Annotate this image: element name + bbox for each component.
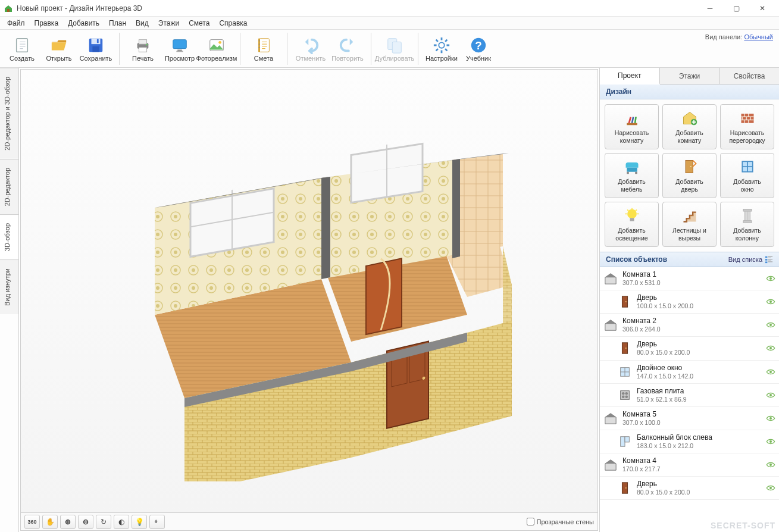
room-icon — [603, 271, 618, 286]
object-item[interactable]: Комната 4170.0 x 217.7 — [600, 453, 779, 477]
canvas-3d[interactable] — [21, 70, 597, 512]
object-item[interactable]: Двойное окно147.0 x 15.0 x 142.0 — [600, 361, 779, 384]
rp-tab-Проект[interactable]: Проект — [600, 68, 660, 85]
settings-button[interactable]: Настройки — [423, 32, 460, 66]
view-light-button[interactable]: 💡 — [132, 515, 147, 529]
object-item[interactable]: Дверь100.0 x 15.0 x 200.0 — [600, 290, 779, 314]
add-door-button[interactable]: Добавитьдверь — [662, 153, 717, 198]
vtab-v-3d[interactable]: 3D-обзор — [0, 214, 18, 259]
object-item[interactable]: Комната 2306.0 x 264.0 — [600, 314, 779, 337]
visibility-eye-icon[interactable] — [766, 392, 775, 399]
draw-partition-icon — [739, 109, 756, 127]
window-icon — [618, 365, 632, 379]
viewport-3d[interactable]: 360 ✋ ⊕ ⊖ ↻ ◐ 💡 Прозрачные стены — [20, 69, 598, 531]
add-window-button[interactable]: Добавитьокно — [720, 153, 774, 198]
room-icon — [603, 411, 618, 425]
print-icon — [133, 36, 152, 55]
panel-mode-link[interactable]: Обычный — [744, 33, 773, 40]
vtab-v-inside[interactable]: Вид изнутри — [0, 259, 18, 314]
print-button[interactable]: Печать — [124, 32, 161, 66]
menu-вид[interactable]: Вид — [131, 18, 154, 29]
open-icon — [49, 36, 68, 55]
window-title: Новый проект - Дизайн Интерьера 3D — [17, 4, 697, 12]
list-view-toggle[interactable]: Вид списка — [728, 255, 773, 264]
balcony-icon — [618, 434, 632, 449]
estimate-button[interactable]: Смета — [245, 32, 282, 66]
save-button[interactable]: Сохранить — [77, 32, 114, 66]
rp-tab-Свойства[interactable]: Свойства — [719, 68, 779, 84]
menu-правка[interactable]: Правка — [30, 18, 64, 29]
object-item[interactable]: Дверь80.0 x 15.0 x 200.0 — [600, 337, 779, 360]
visibility-eye-icon[interactable] — [766, 275, 775, 282]
model-3d — [83, 101, 536, 481]
view-toolbar: 360 ✋ ⊕ ⊖ ↻ ◐ 💡 Прозрачные стены — [21, 512, 597, 530]
add-light-button[interactable]: Добавитьосвещение — [605, 202, 659, 247]
design-section-header: Дизайн — [600, 85, 779, 99]
menu-план[interactable]: План — [104, 18, 131, 29]
view-360-button[interactable]: 360 — [24, 515, 40, 529]
room-icon — [603, 318, 618, 332]
draw-partition-button[interactable]: Нарисоватьперегородку — [720, 104, 774, 149]
svg-rect-56 — [7, 9, 10, 12]
visibility-eye-icon[interactable] — [766, 368, 775, 375]
add-room-button[interactable]: Добавитькомнату — [662, 104, 717, 149]
tutorial-button[interactable]: Учебник — [460, 32, 497, 66]
add-window-icon — [739, 158, 756, 176]
settings-icon — [432, 36, 451, 55]
object-item[interactable]: Комната 1307.0 x 531.0 — [600, 267, 779, 290]
visibility-eye-icon[interactable] — [766, 484, 775, 492]
view-zoomin-button[interactable]: ⊕ — [60, 515, 76, 529]
menu-добавить[interactable]: Добавить — [63, 18, 104, 29]
create-button[interactable]: Создать — [4, 32, 40, 66]
right-panel: ПроектЭтажиСвойства Дизайн Нарисоватьком… — [599, 68, 779, 532]
view-pan-button[interactable]: ✋ — [42, 515, 58, 529]
view-home-button[interactable] — [149, 515, 165, 529]
object-item[interactable]: Балконный блок слева183.0 x 15.0 x 212.0 — [600, 430, 779, 453]
svg-marker-72 — [452, 159, 460, 258]
vtab-v-2d[interactable]: 2D-редактор — [0, 159, 18, 214]
add-column-button[interactable]: Добавитьколонну — [720, 202, 774, 247]
close-button[interactable]: ✕ — [749, 0, 775, 17]
menu-смета[interactable]: Смета — [184, 18, 214, 29]
object-list-header: Список объектов — [606, 255, 667, 264]
view-rotate-button[interactable]: ↻ — [96, 515, 111, 529]
object-item[interactable]: Дверь80.0 x 15.0 x 200.0 — [600, 477, 779, 500]
visibility-eye-icon[interactable] — [766, 415, 775, 422]
photorealism-icon — [207, 36, 226, 55]
draw-room-button[interactable]: Нарисоватькомнату — [605, 104, 659, 149]
add-column-icon — [739, 206, 756, 224]
app-icon — [4, 4, 13, 13]
open-button[interactable]: Открыть — [40, 32, 77, 66]
transparent-walls-checkbox[interactable]: Прозрачные стены — [527, 518, 594, 525]
visibility-eye-icon[interactable] — [766, 461, 775, 468]
view-scene-button[interactable]: ◐ — [114, 515, 129, 529]
view-zoomout-button[interactable]: ⊖ — [78, 515, 93, 529]
save-icon — [86, 36, 105, 55]
preview-button[interactable]: Просмотр — [161, 32, 198, 66]
undo-icon — [301, 36, 320, 55]
stairs-icon — [681, 206, 699, 224]
door-icon — [618, 481, 632, 495]
door-icon — [618, 295, 632, 309]
visibility-eye-icon[interactable] — [766, 345, 775, 352]
room-icon — [603, 458, 618, 472]
menu-этажи[interactable]: Этажи — [154, 18, 184, 29]
maximize-button[interactable]: ▢ — [723, 0, 749, 17]
add-light-icon — [623, 206, 641, 224]
visibility-eye-icon[interactable] — [766, 321, 775, 328]
object-item[interactable]: Газовая плита51.0 x 62.1 x 86.9 — [600, 384, 779, 407]
rp-tab-Этажи[interactable]: Этажи — [660, 68, 720, 84]
object-list: Комната 1307.0 x 531.0Дверь100.0 x 15.0 … — [600, 267, 779, 532]
object-item[interactable]: Комната 5307.0 x 100.0 — [600, 407, 779, 430]
vtab-v-both[interactable]: 2D-редактор и 3D-обзор — [0, 68, 18, 159]
menu-справка[interactable]: Справка — [214, 18, 252, 29]
add-furniture-button[interactable]: Добавитьмебель — [605, 153, 659, 198]
create-icon — [12, 36, 32, 55]
add-room-icon — [681, 109, 699, 127]
stairs-button[interactable]: Лестницы ивырезы — [662, 202, 717, 247]
menu-файл[interactable]: Файл — [2, 18, 30, 29]
visibility-eye-icon[interactable] — [766, 298, 775, 305]
minimize-button[interactable]: ─ — [697, 0, 723, 17]
photorealism-button[interactable]: Фотореализм — [198, 32, 235, 66]
visibility-eye-icon[interactable] — [766, 438, 775, 445]
